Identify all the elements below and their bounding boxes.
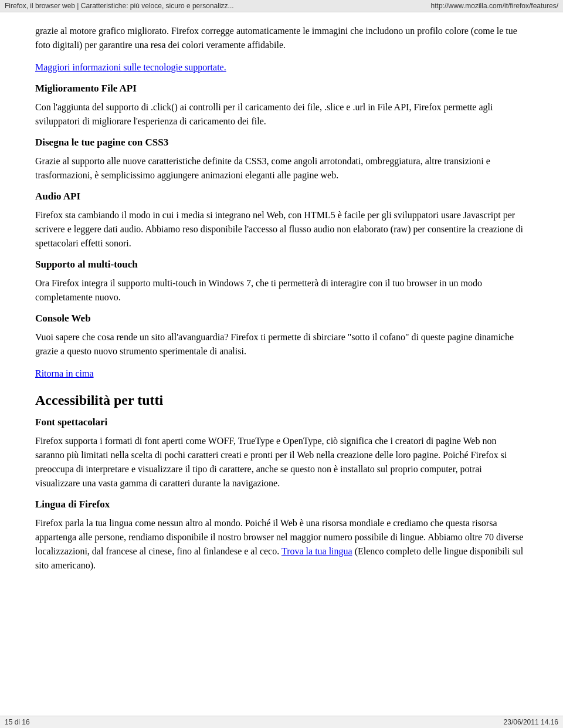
subsection-lingua-paragraph: Firefox parla la tua lingua come nessun … (35, 516, 528, 573)
section-accessibilita: Accessibilità per tutti Font spettacolar… (35, 392, 528, 573)
browser-chrome: Firefox, il browser web | Caratteristich… (0, 0, 563, 12)
section-console-web: Console Web Vuoi sapere che cosa rende u… (35, 313, 528, 358)
browser-title: Firefox, il browser web | Caratteristich… (5, 2, 234, 10)
section-multitouch-heading: Supporto al multi-touch (35, 259, 528, 270)
section-audio-api-paragraph: Firefox sta cambiando il modo in cui i m… (35, 208, 528, 250)
subsection-font-heading: Font spettacolari (35, 417, 528, 428)
link-ritorna-paragraph: Ritorna in cima (35, 367, 528, 381)
link-more-info-paragraph: Maggiori informazioni sulle tecnologie s… (35, 60, 528, 75)
page-content: grazie al motore grafico migliorato. Fir… (18, 12, 545, 616)
link-trova-lingua[interactable]: Trova la tua lingua (282, 546, 352, 556)
subsection-lingua-heading: Lingua di Firefox (35, 499, 528, 510)
section-file-api-heading: Miglioramento File API (35, 83, 528, 94)
section-multitouch: Supporto al multi-touch Ora Firefox inte… (35, 259, 528, 304)
section-console-web-paragraph: Vuoi sapere che cosa rende un sito all'a… (35, 330, 528, 358)
section-accessibilita-heading: Accessibilità per tutti (35, 392, 528, 408)
subsection-lingua: Lingua di Firefox Firefox parla la tua l… (35, 499, 528, 573)
section-css3: Disegna le tue pagine con CSS3 Grazie al… (35, 137, 528, 182)
section-audio-api: Audio API Firefox sta cambiando il modo … (35, 191, 528, 250)
section-file-api: Miglioramento File API Con l'aggiunta de… (35, 83, 528, 128)
subsection-font-paragraph: Firefox supporta i formati di font apert… (35, 434, 528, 490)
section-file-api-paragraph: Con l'aggiunta del supporto di .click() … (35, 100, 528, 128)
link-more-info[interactable]: Maggiori informazioni sulle tecnologie s… (35, 62, 226, 72)
section-console-web-heading: Console Web (35, 313, 528, 324)
subsection-font: Font spettacolari Firefox supporta i for… (35, 417, 528, 490)
link-ritorna[interactable]: Ritorna in cima (35, 368, 94, 378)
section-css3-paragraph: Grazie al supporto alle nuove caratteris… (35, 154, 528, 182)
intro-paragraph: grazie al motore grafico migliorato. Fir… (35, 24, 528, 52)
section-css3-heading: Disegna le tue pagine con CSS3 (35, 137, 528, 148)
section-audio-api-heading: Audio API (35, 191, 528, 202)
section-multitouch-paragraph: Ora Firefox integra il supporto multi-to… (35, 276, 528, 304)
browser-url: http://www.mozilla.com/it/firefox/featur… (431, 2, 558, 10)
